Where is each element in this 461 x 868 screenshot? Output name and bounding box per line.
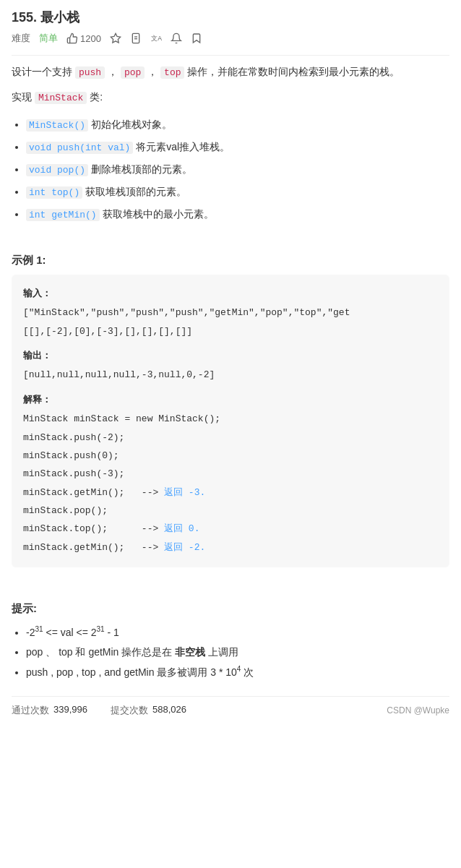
- share-icon: [130, 33, 142, 44]
- difficulty-label: 难度: [12, 32, 30, 45]
- output-value: [null,null,null,null,-3,null,0,-2]: [23, 366, 438, 383]
- hint-1: pop 、 top 和 getMin 操作总是在 非空栈 上调用: [26, 643, 449, 661]
- list-item-4: int getMin() 获取堆栈中的最小元素。: [26, 204, 449, 225]
- hint-0-sup2: 31: [97, 625, 105, 633]
- method-code-4: int getMin(): [26, 209, 100, 221]
- pass-value: 339,996: [53, 704, 87, 717]
- hint-0-sup1: 31: [35, 625, 43, 633]
- hints-list: -231 <= val <= 231 - 1 pop 、 top 和 getMi…: [26, 623, 449, 682]
- translate-icon-btn[interactable]: 文A: [150, 33, 162, 44]
- hint-1-bold: 非空栈: [175, 646, 205, 658]
- difficulty-value: 简单: [39, 32, 58, 45]
- hint-0: -231 <= val <= 231 - 1: [26, 623, 449, 642]
- output-label: 输出：: [23, 347, 438, 364]
- bell-icon-btn[interactable]: [171, 33, 182, 44]
- comma2: ，: [147, 66, 158, 77]
- impl-text-1: 实现: [12, 91, 32, 103]
- divider-1: [12, 55, 449, 56]
- list-item-1: void push(int val) 将元素val推入堆栈。: [26, 137, 449, 158]
- pass-stat: 通过次数 339,996: [12, 704, 87, 717]
- submit-label: 提交次数: [111, 704, 148, 717]
- return-text-2: 返回 -2.: [164, 542, 205, 553]
- bookmark-icon: [191, 33, 202, 44]
- likes-section[interactable]: 1200: [66, 33, 101, 44]
- input-line-2: [[],[-2],[0],[-3],[],[],[],[]]: [23, 323, 438, 340]
- method-code-2: void pop(): [26, 164, 88, 176]
- hint-2-sup: 4: [237, 665, 241, 673]
- star-icon: [110, 33, 121, 44]
- explain-line-4: minStack.getMin(); --> 返回 -3.: [23, 484, 438, 501]
- pass-label: 通过次数: [12, 704, 49, 717]
- explain-line-6: minStack.top(); --> 返回 0.: [23, 520, 438, 537]
- top-code: top: [160, 66, 184, 79]
- method-text-1: 将元素val推入堆栈。: [136, 141, 230, 152]
- hint-2: push , pop , top , and getMin 最多被调用 3 * …: [26, 663, 449, 682]
- footer-stats: 通过次数 339,996 提交次数 588,026: [12, 704, 186, 717]
- translate-icon: 文A: [150, 33, 162, 44]
- example1-box: 输入： ["MinStack","push","push","push","ge…: [12, 275, 449, 567]
- example1-title: 示例 1:: [12, 254, 449, 267]
- impl-description: 实现 MinStack 类:: [12, 88, 449, 106]
- return-text-1: 返回 0.: [164, 523, 199, 534]
- bell-icon: [171, 33, 182, 44]
- method-text-0: 初始化堆栈对象。: [91, 119, 172, 130]
- explain-line-3: minStack.push(-3);: [23, 465, 438, 482]
- problem-title: 155. 最小栈: [12, 9, 79, 26]
- submit-value: 588,026: [152, 704, 186, 717]
- explain-label: 解释：: [23, 391, 438, 408]
- submit-stat: 提交次数 588,026: [111, 704, 186, 717]
- hints-title: 提示:: [12, 602, 449, 616]
- method-text-3: 获取堆栈顶部的元素。: [85, 186, 186, 197]
- method-code-1: void push(int val): [26, 142, 133, 154]
- main-container: 155. 最小栈 难度 简单 1200 文A: [0, 0, 461, 726]
- explain-line-0: MinStack minStack = new MinStack();: [23, 411, 438, 427]
- meta-row: 难度 简单 1200 文A: [12, 32, 449, 45]
- input-line-1: ["MinStack","push","push","push","getMin…: [23, 304, 438, 321]
- desc-text-1: 设计一个支持: [12, 66, 72, 77]
- share-icon-btn[interactable]: [130, 33, 142, 44]
- input-label: 输入：: [23, 285, 438, 301]
- explain-line-2: minStack.push(0);: [23, 447, 438, 464]
- svg-text:文A: 文A: [151, 35, 162, 42]
- description-block: 设计一个支持 push ， pop ， top 操作，并能在常数时间内检索到最小…: [12, 63, 449, 81]
- comma1: ，: [108, 66, 118, 77]
- return-text-0: 返回 -3.: [164, 487, 205, 498]
- method-text-4: 获取堆栈中的最小元素。: [103, 208, 214, 220]
- likes-count: 1200: [80, 33, 101, 44]
- explain-line-1: minStack.push(-2);: [23, 429, 438, 446]
- method-code-0: MinStack(): [26, 119, 88, 132]
- explain-line-5: minStack.pop();: [23, 502, 438, 519]
- bookmark-icon-btn[interactable]: [191, 33, 202, 44]
- impl-text-2: 类:: [90, 91, 103, 103]
- desc-text-2: 操作，并能在常数时间内检索到最小元素的栈。: [187, 66, 400, 77]
- svg-marker-0: [111, 33, 120, 43]
- minstack-code: MinStack: [35, 92, 87, 104]
- desc-para-1: 设计一个支持 push ， pop ， top 操作，并能在常数时间内检索到最小…: [12, 63, 449, 81]
- star-icon-btn[interactable]: [110, 33, 121, 44]
- method-list: MinStack() 初始化堆栈对象。 void push(int val) 将…: [26, 114, 449, 225]
- method-text-2: 删除堆栈顶部的元素。: [91, 163, 192, 175]
- hint-1-text: pop 、 top 和 getMin 操作总是在 非空栈 上调用: [26, 646, 238, 658]
- list-item-2: void pop() 删除堆栈顶部的元素。: [26, 159, 449, 180]
- explain-line-7: minStack.getMin(); --> 返回 -2.: [23, 539, 438, 556]
- hint-2-text: push , pop , top , and getMin 最多被调用 3 * …: [26, 666, 254, 678]
- watermark: CSDN @Wupke: [387, 705, 449, 716]
- list-item-3: int top() 获取堆栈顶部的元素。: [26, 181, 449, 202]
- method-code-3: int top(): [26, 186, 82, 199]
- push-code: push: [75, 66, 105, 79]
- footer: 通过次数 339,996 提交次数 588,026 CSDN @Wupke: [12, 696, 449, 717]
- hint-0-text: -231 <= val <= 231 - 1: [26, 627, 119, 638]
- title-row: 155. 最小栈: [12, 9, 449, 26]
- pop-code: pop: [121, 66, 145, 79]
- list-item-0: MinStack() 初始化堆栈对象。: [26, 114, 449, 135]
- thumbs-up-icon: [66, 33, 78, 44]
